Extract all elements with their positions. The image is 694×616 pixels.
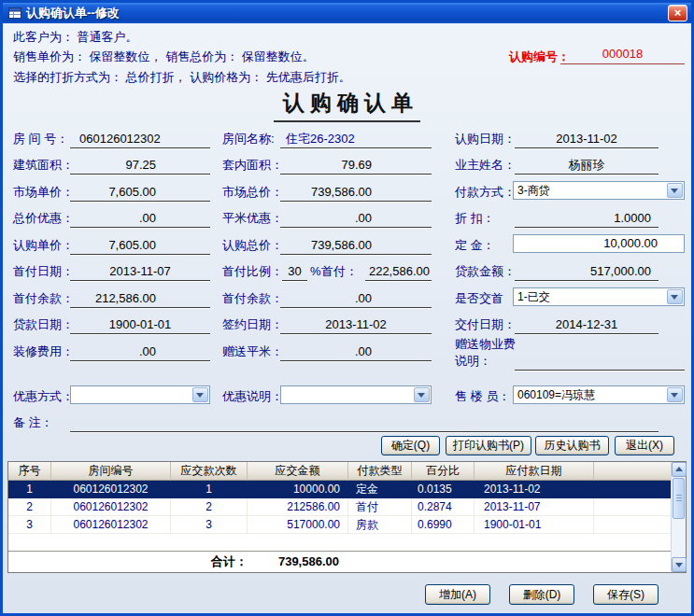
discount-label: 折 扣：: [455, 209, 495, 228]
market-total-price-label: 市场总价：: [222, 183, 283, 202]
gift-property-fee-label-line1: 赠送物业费: [455, 335, 516, 354]
deposit-value: 10,000.00: [603, 235, 658, 252]
room-no-value[interactable]: 060126012302: [70, 130, 210, 148]
confirm-date-label: 认购日期：: [455, 130, 516, 148]
discount-note-select[interactable]: [280, 385, 432, 404]
sqm-discount-label: 平米优惠：: [222, 209, 283, 228]
table-cell: 2013-11-02: [474, 481, 594, 498]
salesperson-select[interactable]: 060109=冯琼慧: [513, 385, 685, 404]
note-customer-type: 此客户为： 普通客户。: [13, 29, 138, 46]
loan-date-value[interactable]: 1900-01-01: [70, 315, 210, 334]
scroll-up-icon[interactable]: [672, 462, 687, 477]
down-pay-ratio-value[interactable]: 30: [282, 262, 307, 281]
note-discount-method: 选择的打折方式为： 总价打折， 认购价格为： 先优惠后打折。: [13, 69, 351, 86]
header-seq[interactable]: 序号: [8, 462, 51, 481]
gift-property-fee-label-line2: 说明：: [455, 352, 491, 371]
market-total-price-value[interactable]: 739,586.00: [280, 183, 432, 202]
dialog-window: 认购确认单--修改 × 此客户为： 普通客户。 销售单价为： 保留整数位， 销售…: [0, 0, 694, 616]
titlebar[interactable]: 认购确认单--修改 ×: [3, 3, 691, 23]
save-button[interactable]: 保存(S): [593, 584, 659, 605]
discount-method-label: 优惠方式：: [13, 387, 74, 406]
header-installment[interactable]: 应交款次数: [171, 462, 248, 481]
payment-table-rows: 1060126012302110000.00定金0.01352013-11-02…: [8, 481, 671, 534]
down-pay-balance-value[interactable]: 212,586.00: [70, 289, 210, 308]
salesperson-label: 售 楼 员：: [455, 387, 510, 406]
chevron-down-icon[interactable]: [414, 387, 430, 402]
market-unit-price-value[interactable]: 7,605.00: [70, 183, 210, 202]
deliver-date-value[interactable]: 2014-12-31: [515, 315, 659, 334]
header-pay-type[interactable]: 付款类型: [348, 462, 412, 481]
down-pay-balance2-value[interactable]: .00: [280, 289, 432, 308]
table-row[interactable]: 30601260123023517000.00房款0.69901900-01-0…: [8, 516, 671, 534]
is-down-paid-select[interactable]: 1-已交: [513, 287, 685, 306]
decoration-fee-value[interactable]: .00: [70, 343, 210, 361]
chevron-down-icon[interactable]: [667, 289, 683, 304]
confirm-date-value[interactable]: 2013-11-02: [515, 130, 659, 148]
buy-unit-price-value[interactable]: 7,605.00: [70, 236, 210, 255]
table-cell: 3: [171, 516, 248, 534]
table-cell: 2: [8, 498, 51, 516]
salesperson-value: 060109=冯琼慧: [517, 386, 595, 403]
gift-sqm-value[interactable]: .00: [280, 343, 432, 361]
down-pay-balance2-label: 首付余款：: [222, 289, 283, 308]
window-icon: [8, 7, 21, 20]
table-cell: 517000.00: [248, 516, 348, 534]
remark-value[interactable]: [70, 413, 659, 432]
close-button[interactable]: ×: [668, 5, 687, 21]
order-no-value: 000018: [560, 47, 685, 64]
discount-value[interactable]: 1.0000: [515, 209, 659, 228]
table-cell: 10000.00: [248, 481, 348, 498]
room-no-label: 房 间 号：: [13, 130, 68, 148]
deliver-date-label: 交付日期：: [455, 315, 516, 334]
sign-date-value[interactable]: 2013-11-02: [280, 315, 432, 334]
add-button[interactable]: 增加(A): [425, 584, 490, 605]
header-room-no[interactable]: 房间编号: [51, 462, 171, 481]
room-name-label: 房间名称:: [222, 130, 275, 148]
down-pay-date-value[interactable]: 2013-11-07: [70, 262, 210, 281]
header-amount[interactable]: 应交金额: [248, 462, 348, 481]
owner-name-value[interactable]: 杨丽珍: [515, 156, 659, 175]
scroll-down-icon[interactable]: [672, 557, 687, 572]
table-row[interactable]: 1060126012302110000.00定金0.01352013-11-02: [8, 481, 671, 498]
table-row[interactable]: 20601260123022212586.00首付0.28742013-11-0…: [8, 498, 671, 516]
discount-method-select[interactable]: [70, 385, 210, 404]
table-cell: 060126012302: [51, 498, 171, 516]
percent-sign: %: [310, 262, 321, 281]
scrollbar-thumb[interactable]: [673, 478, 685, 519]
confirm-button[interactable]: 确定(Q): [381, 436, 440, 455]
loan-amount-value[interactable]: 517,000.00: [515, 262, 659, 281]
is-down-paid-value: 1-已交: [517, 288, 550, 305]
chevron-down-icon[interactable]: [192, 387, 208, 402]
table-cell: 1: [8, 481, 51, 498]
build-area-value[interactable]: 97.25: [70, 156, 210, 175]
room-name-value[interactable]: 住宅26-2302: [280, 130, 432, 148]
table-cell: 060126012302: [51, 516, 171, 534]
history-button[interactable]: 历史认购书: [535, 436, 609, 455]
chevron-down-icon[interactable]: [667, 183, 683, 198]
sqm-discount-value[interactable]: .00: [280, 209, 432, 228]
discount-note-label: 优惠说明：: [222, 387, 283, 406]
table-cell: 0.0135: [412, 481, 474, 498]
header-due-date[interactable]: 应付款日期: [474, 462, 594, 481]
gift-property-fee-value[interactable]: [515, 352, 685, 371]
exit-button[interactable]: 退出(X): [615, 436, 674, 455]
table-cell: 1: [171, 481, 248, 498]
delete-button[interactable]: 删除(D): [509, 584, 574, 605]
down-pay-sub-value[interactable]: 222,586.00: [365, 262, 432, 281]
header-percent[interactable]: 百分比: [412, 462, 474, 481]
total-label: 合计：: [171, 552, 248, 572]
remark-label: 备 注：: [13, 413, 53, 432]
chevron-down-icon[interactable]: [667, 387, 683, 402]
total-discount-value[interactable]: .00: [70, 209, 210, 228]
vertical-scrollbar[interactable]: [671, 462, 686, 572]
deposit-input[interactable]: 10,000.00: [513, 234, 685, 253]
down-pay-sub-label: 首付：: [321, 262, 358, 281]
pay-method-select[interactable]: 3-商贷: [513, 181, 685, 200]
inner-area-value[interactable]: 79.69: [280, 156, 432, 175]
table-cell: 0.2874: [412, 498, 474, 516]
build-area-label: 建筑面积：: [13, 156, 74, 175]
note-price-rounding: 销售单价为： 保留整数位， 销售总价为： 保留整数位。: [13, 49, 315, 65]
total-value: 739,586.00: [248, 552, 348, 572]
buy-total-price-value[interactable]: 739,586.00: [280, 236, 432, 255]
print-confirm-button[interactable]: 打印认购书(P): [446, 436, 531, 455]
